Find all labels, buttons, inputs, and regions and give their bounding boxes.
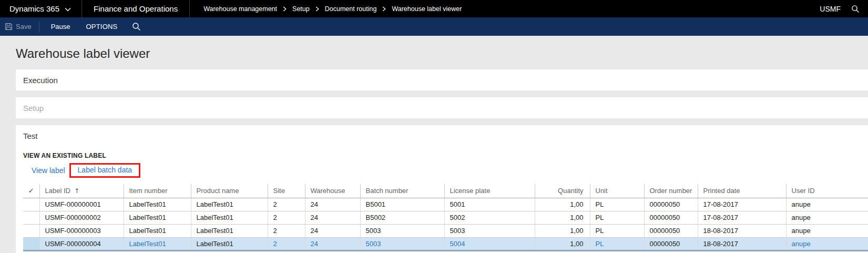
cell-license-plate: 5003 bbox=[444, 224, 535, 237]
section-test-label[interactable]: Test bbox=[23, 131, 868, 141]
column-header-label-id[interactable]: Label ID↑ bbox=[39, 184, 124, 198]
breadcrumb-warehouse-management[interactable]: Warehouse management bbox=[203, 5, 277, 13]
search-icon[interactable] bbox=[851, 5, 868, 13]
page-content: Warehouse label viewer Execution Setup T… bbox=[0, 36, 868, 253]
cell-quantity: 1,00 bbox=[535, 211, 590, 224]
column-header-license-plate[interactable]: License plate bbox=[444, 184, 535, 198]
table-row[interactable]: USMF-000000002 LabelTest01 LabelTest01 2… bbox=[23, 211, 868, 224]
cell-order-number: 00000050 bbox=[644, 211, 698, 224]
cell-user-id: anupe bbox=[786, 198, 868, 211]
breadcrumb-document-routing[interactable]: Document routing bbox=[325, 5, 377, 13]
section-execution-label: Execution bbox=[23, 76, 58, 85]
cell-unit[interactable]: PL bbox=[590, 237, 644, 250]
column-header-order-number[interactable]: Order number bbox=[644, 184, 698, 198]
breadcrumb-setup[interactable]: Setup bbox=[292, 5, 310, 13]
row-select-cell[interactable] bbox=[23, 198, 39, 211]
cell-warehouse: 24 bbox=[305, 224, 360, 237]
column-header-printed-date[interactable]: Printed date bbox=[698, 184, 786, 198]
cell-product-name: LabelTest01 bbox=[191, 237, 268, 250]
column-header-user-id[interactable]: User ID bbox=[786, 184, 868, 198]
view-existing-label-group-header: VIEW AN EXISTING LABEL bbox=[23, 152, 868, 159]
save-button[interactable]: Save bbox=[0, 23, 39, 31]
column-header-unit[interactable]: Unit bbox=[590, 184, 644, 198]
cell-order-number: 00000050 bbox=[644, 224, 698, 237]
cell-warehouse: 24 bbox=[305, 198, 360, 211]
row-select-cell[interactable] bbox=[23, 224, 39, 237]
cell-site: 2 bbox=[268, 211, 305, 224]
row-select-cell[interactable] bbox=[23, 211, 39, 224]
cell-quantity: 1,00 bbox=[535, 237, 590, 250]
select-all-checkmark-icon[interactable]: ✓ bbox=[23, 184, 39, 198]
cell-product-name: LabelTest01 bbox=[191, 224, 268, 237]
table-row[interactable]: USMF-000000003 LabelTest01 LabelTest01 2… bbox=[23, 224, 868, 237]
dynamics-365-menu[interactable]: Dynamics 365 bbox=[0, 0, 81, 17]
cell-product-name: LabelTest01 bbox=[191, 211, 268, 224]
cell-batch-number: B5002 bbox=[360, 211, 444, 224]
cell-printed-date: 18-08-2017 bbox=[698, 224, 786, 237]
cell-quantity: 1,00 bbox=[535, 224, 590, 237]
cell-user-id[interactable]: anupe bbox=[786, 237, 868, 250]
cell-license-plate: 5002 bbox=[444, 211, 535, 224]
cell-batch-number: B5001 bbox=[360, 198, 444, 211]
cell-unit: PL bbox=[590, 224, 644, 237]
cell-warehouse[interactable]: 24 bbox=[305, 237, 360, 250]
cell-item-number: LabelTest01 bbox=[124, 211, 191, 224]
command-search-icon[interactable] bbox=[132, 22, 141, 31]
cell-printed-date: 18-08-2017 bbox=[698, 237, 786, 250]
cell-unit: PL bbox=[590, 211, 644, 224]
cell-printed-date: 17-08-2017 bbox=[698, 198, 786, 211]
cell-site: 2 bbox=[268, 224, 305, 237]
cell-order-number: 00000050 bbox=[644, 237, 698, 250]
cell-order-number: 00000050 bbox=[644, 198, 698, 211]
cell-product-name: LabelTest01 bbox=[191, 198, 268, 211]
column-header-item-number[interactable]: Item number bbox=[124, 184, 191, 198]
pause-button[interactable]: Pause bbox=[51, 23, 86, 31]
chevron-right-icon bbox=[382, 6, 386, 12]
table-row-selected[interactable]: USMF-000000004 LabelTest01 LabelTest01 2… bbox=[23, 237, 868, 250]
column-header-site[interactable]: Site bbox=[268, 184, 305, 198]
cell-license-plate: 5001 bbox=[444, 198, 535, 211]
cell-site[interactable]: 2 bbox=[268, 237, 305, 250]
breadcrumb: Warehouse management Setup Document rout… bbox=[190, 5, 462, 13]
cell-label-id: USMF-000000001 bbox=[39, 198, 124, 211]
section-setup[interactable]: Setup bbox=[16, 97, 868, 118]
row-select-cell[interactable] bbox=[23, 237, 39, 250]
section-test: Test VIEW AN EXISTING LABEL View label L… bbox=[16, 125, 868, 253]
label-batch-data-link[interactable]: Label batch data bbox=[78, 166, 132, 174]
cell-unit: PL bbox=[590, 198, 644, 211]
label-grid: ✓ Label ID↑ Item number Product name Sit… bbox=[23, 184, 868, 251]
action-links: View label Label batch data bbox=[23, 163, 868, 178]
cell-batch-number[interactable]: 5003 bbox=[360, 237, 444, 250]
chevron-down-icon bbox=[65, 4, 71, 13]
cell-item-number[interactable]: LabelTest01 bbox=[124, 237, 191, 250]
options-menu[interactable]: OPTIONS bbox=[86, 23, 132, 31]
product-name[interactable]: Finance and Operations bbox=[82, 0, 189, 17]
cell-batch-number: 5003 bbox=[360, 224, 444, 237]
cell-site: 2 bbox=[268, 198, 305, 211]
chevron-right-icon bbox=[315, 6, 319, 12]
command-bar: Save Pause OPTIONS bbox=[0, 17, 868, 36]
column-header-warehouse[interactable]: Warehouse bbox=[305, 184, 360, 198]
section-execution[interactable]: Execution bbox=[16, 69, 868, 90]
cell-item-number: LabelTest01 bbox=[124, 198, 191, 211]
column-header-product-name[interactable]: Product name bbox=[191, 184, 268, 198]
cell-label-id: USMF-000000003 bbox=[39, 224, 124, 237]
column-header-quantity[interactable]: Quantity bbox=[535, 184, 590, 198]
cell-license-plate[interactable]: 5004 bbox=[444, 237, 535, 250]
table-row[interactable]: USMF-000000001 LabelTest01 LabelTest01 2… bbox=[23, 198, 868, 211]
cell-label-id: USMF-000000004 bbox=[39, 237, 124, 250]
view-label-link[interactable]: View label bbox=[32, 166, 65, 175]
page-title: Warehouse label viewer bbox=[16, 46, 868, 62]
top-navbar: Dynamics 365 Finance and Operations Ware… bbox=[0, 0, 868, 17]
cell-user-id: anupe bbox=[786, 211, 868, 224]
breadcrumb-warehouse-label-viewer[interactable]: Warehouse label viewer bbox=[392, 5, 462, 13]
sort-ascending-icon: ↑ bbox=[74, 187, 79, 195]
cell-printed-date: 17-08-2017 bbox=[698, 211, 786, 224]
cell-user-id: anupe bbox=[786, 224, 868, 237]
chevron-right-icon bbox=[283, 6, 287, 12]
column-header-batch-number[interactable]: Batch number bbox=[360, 184, 444, 198]
save-icon bbox=[5, 23, 13, 31]
annotation-highlight-box: Label batch data bbox=[69, 163, 141, 178]
cell-item-number: LabelTest01 bbox=[124, 224, 191, 237]
company-picker[interactable]: USMF bbox=[820, 5, 851, 13]
